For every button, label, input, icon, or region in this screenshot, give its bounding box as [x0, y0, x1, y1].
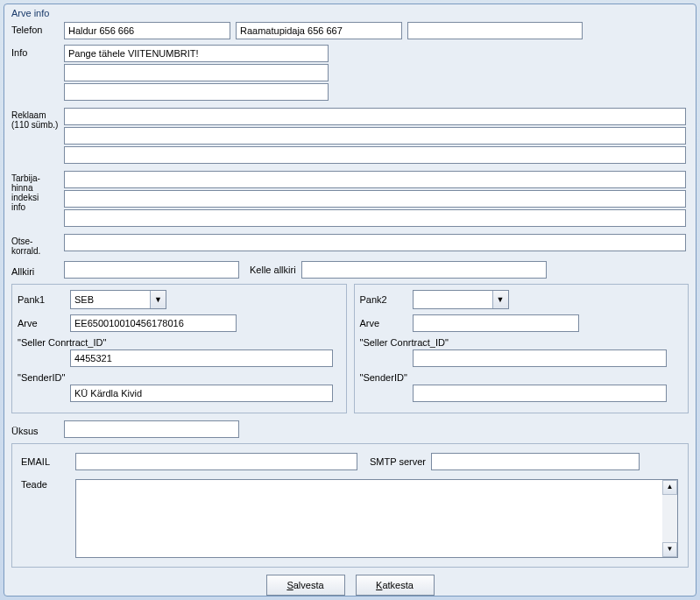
- salvesta-button[interactable]: Salvesta: [266, 575, 345, 596]
- bank1-group: Pank1 ▼ Arve "Seller Conrtract_ID": [11, 284, 347, 413]
- sender2-input[interactable]: [413, 385, 667, 402]
- tarbija-2-input[interactable]: [64, 190, 686, 208]
- chevron-down-icon: ▼: [497, 295, 505, 304]
- label-seller2: "Seller Conrtract_ID": [360, 337, 683, 348]
- label-sender2: "SenderID": [360, 372, 683, 383]
- scroll-up-button[interactable]: ▲: [662, 480, 677, 495]
- allkiri-input[interactable]: [64, 261, 239, 279]
- teade-scrollbar[interactable]: ▲ ▼: [662, 480, 677, 557]
- label-telefon: Telefon: [11, 22, 64, 35]
- banks-row: Pank1 ▼ Arve "Seller Conrtract_ID": [11, 284, 689, 413]
- info-stack: [64, 45, 329, 102]
- seller1-input[interactable]: [70, 349, 333, 367]
- row-tarbija: Tarbija- hinna indeksi info: [11, 171, 689, 229]
- row-reklaam: Reklaam (110 sümb.): [11, 108, 689, 166]
- email-group: EMAIL SMTP server Teade ▲ ▼: [11, 443, 689, 568]
- reklaam-3-input[interactable]: [64, 146, 686, 164]
- smtp-input[interactable]: [431, 453, 640, 470]
- label-pank2: Pank2: [360, 294, 413, 305]
- arve2-input[interactable]: [413, 314, 579, 332]
- label-arve1: Arve: [18, 318, 70, 328]
- sender1-input[interactable]: [70, 385, 333, 402]
- uksus-input[interactable]: [64, 420, 239, 438]
- window-title: Arve info: [4, 4, 696, 20]
- label-allkiri: Allkiri: [11, 264, 64, 277]
- teade-wrap: ▲ ▼: [75, 479, 678, 558]
- label-reklaam: Reklaam (110 sümb.): [11, 108, 64, 130]
- label-pank1: Pank1: [18, 294, 70, 305]
- tarbija-3-input[interactable]: [64, 209, 686, 227]
- telefon-1-input[interactable]: [64, 22, 230, 39]
- otsekorrald-input[interactable]: [64, 234, 686, 251]
- reklaam-2-input[interactable]: [64, 127, 686, 145]
- label-uksus: Üksus: [11, 423, 64, 436]
- arve1-input[interactable]: [70, 314, 237, 332]
- info-2-input[interactable]: [64, 64, 329, 81]
- label-reklaam-text: Reklaam: [11, 110, 46, 120]
- pank1-dropdown-button[interactable]: ▼: [150, 291, 166, 308]
- reklaam-stack: [64, 108, 686, 166]
- tarbija-1-input[interactable]: [64, 171, 686, 188]
- scroll-down-button[interactable]: ▼: [662, 542, 677, 557]
- kelle-allkiri-input[interactable]: [301, 261, 547, 279]
- pank1-combo[interactable]: ▼: [70, 290, 166, 309]
- label-otsekorrald: Otse- korrald.: [11, 234, 64, 256]
- tarbija-stack: [64, 171, 686, 229]
- pank2-dropdown-button[interactable]: ▼: [492, 291, 508, 308]
- label-info: Info: [11, 45, 64, 58]
- row-otsekorrald: Otse- korrald.: [11, 234, 689, 256]
- info-1-input[interactable]: [64, 45, 329, 62]
- pank2-combo[interactable]: ▼: [413, 290, 509, 309]
- label-teade: Teade: [21, 479, 75, 490]
- label-reklaam-sub: (110 sümb.): [11, 120, 58, 130]
- chevron-down-icon: ▼: [154, 295, 162, 304]
- row-teade: Teade ▲ ▼: [21, 479, 679, 558]
- bank2-group: Pank2 ▼ Arve "Seller Conrtract_ID": [354, 284, 689, 413]
- button-row: Salvesta Katkesta: [11, 575, 689, 596]
- row-uksus: Üksus: [11, 420, 689, 438]
- info-3-input[interactable]: [64, 83, 329, 101]
- row-email: EMAIL SMTP server: [21, 453, 679, 470]
- seller2-input[interactable]: [413, 349, 667, 367]
- telefon-3-input[interactable]: [407, 22, 583, 39]
- arve-info-window: Arve info Telefon Info Reklaam (110 sümb…: [4, 4, 696, 596]
- telefon-2-input[interactable]: [236, 22, 402, 39]
- row-allkiri: Allkiri Kelle allkiri: [11, 261, 689, 279]
- label-kelle-allkiri: Kelle allkiri: [244, 265, 301, 275]
- katkesta-button[interactable]: Katkesta: [356, 575, 435, 596]
- label-sender1: "SenderID": [18, 372, 341, 383]
- pank2-combo-input[interactable]: [414, 291, 492, 308]
- row-telefon: Telefon: [11, 22, 689, 39]
- email-input[interactable]: [75, 453, 357, 470]
- row-info: Info: [11, 45, 689, 102]
- label-email: EMAIL: [21, 456, 75, 467]
- teade-textarea[interactable]: [76, 480, 663, 557]
- label-smtp: SMTP server: [363, 456, 431, 467]
- label-arve2: Arve: [360, 318, 413, 328]
- label-seller1: "Seller Conrtract_ID": [18, 337, 341, 348]
- reklaam-1-input[interactable]: [64, 108, 686, 125]
- pank1-combo-input[interactable]: [71, 291, 150, 308]
- label-tarbija: Tarbija- hinna indeksi info: [11, 171, 64, 212]
- form-body: Telefon Info Reklaam (110 sümb.): [4, 20, 696, 596]
